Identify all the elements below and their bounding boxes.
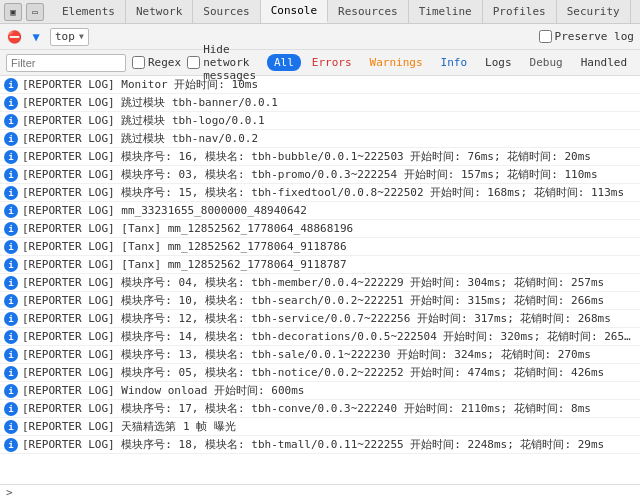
log-text: [REPORTER LOG] 模块序号: 16, 模块名: tbh-bubble… [22,149,636,164]
log-text: [REPORTER LOG] 模块序号: 17, 模块名: tbh-conve/… [22,401,636,416]
context-selector[interactable]: top ▼ [50,28,89,46]
hide-network-checkbox[interactable] [187,56,200,69]
log-text: [REPORTER LOG] 模块序号: 18, 模块名: tbh-tmall/… [22,437,636,452]
preserve-log-text: Preserve log [555,30,634,43]
log-info-icon: i [4,330,18,344]
log-info-icon: i [4,114,18,128]
log-info-icon: i [4,366,18,380]
console-toolbar: ⛔ ▼ top ▼ Preserve log [0,24,640,50]
log-text: [REPORTER LOG] 模块序号: 14, 模块名: tbh-decora… [22,329,636,344]
filter-bar: Regex Hide network messages All Errors W… [0,50,640,76]
log-text: [REPORTER LOG] 跳过模块 tbh-banner/0.0.1 [22,95,636,110]
log-text: [REPORTER LOG] 模块序号: 13, 模块名: tbh-sale/0… [22,347,636,362]
log-row: i[REPORTER LOG] 天猫精选第 1 帧 曝光 [0,418,640,436]
log-row: i[REPORTER LOG] Window onload 开始时间: 600m… [0,382,640,400]
log-row: i[REPORTER LOG] 模块序号: 12, 模块名: tbh-servi… [0,310,640,328]
log-row: i[REPORTER LOG] 模块序号: 10, 模块名: tbh-searc… [0,292,640,310]
devtools-icons: ▣ ▭ [4,3,44,21]
log-info-icon: i [4,384,18,398]
filter-input[interactable] [6,54,126,72]
log-info-icon: i [4,78,18,92]
log-row: i[REPORTER LOG] [Tanx] mm_12852562_17780… [0,238,640,256]
tab-list: ElementsNetworkSourcesConsoleResourcesTi… [52,0,640,23]
console-prompt: > [6,486,13,499]
preserve-log-label[interactable]: Preserve log [539,30,634,43]
filter-icon[interactable]: ▼ [28,29,44,45]
log-row: i[REPORTER LOG] 模块序号: 17, 模块名: tbh-conve… [0,400,640,418]
tab-network[interactable]: Network [126,0,193,23]
log-row: i[REPORTER LOG] 模块序号: 14, 模块名: tbh-decor… [0,328,640,346]
regex-checkbox[interactable] [132,56,145,69]
tab-elements[interactable]: Elements [52,0,126,23]
regex-label[interactable]: Regex [132,56,181,69]
log-info-icon: i [4,258,18,272]
tab-timeline[interactable]: Timeline [409,0,483,23]
log-text: [REPORTER LOG] 模块序号: 03, 模块名: tbh-promo/… [22,167,636,182]
inspect-icon[interactable]: ▣ [4,3,22,21]
device-icon[interactable]: ▭ [26,3,44,21]
log-text: [REPORTER LOG] 模块序号: 10, 模块名: tbh-search… [22,293,636,308]
log-text: [REPORTER LOG] Window onload 开始时间: 600ms [22,383,636,398]
log-info-icon: i [4,168,18,182]
log-info-icon: i [4,438,18,452]
log-row: i[REPORTER LOG] 模块序号: 05, 模块名: tbh-notic… [0,364,640,382]
pill-all[interactable]: All [267,54,301,71]
tab-security[interactable]: Security [557,0,631,23]
log-row: i[REPORTER LOG] 模块序号: 15, 模块名: tbh-fixed… [0,184,640,202]
context-arrow: ▼ [79,32,84,41]
pill-debug[interactable]: Debug [523,54,570,71]
tab-profiles[interactable]: Profiles [483,0,557,23]
pill-errors[interactable]: Errors [305,54,359,71]
log-info-icon: i [4,204,18,218]
log-area: i[REPORTER LOG] Monitor 开始时间: 10msi[REPO… [0,76,640,484]
log-info-icon: i [4,240,18,254]
log-text: [REPORTER LOG] [Tanx] mm_12852562_177806… [22,239,636,254]
regex-text: Regex [148,56,181,69]
log-info-icon: i [4,186,18,200]
log-row: i[REPORTER LOG] [Tanx] mm_12852562_17780… [0,256,640,274]
log-text: [REPORTER LOG] 天猫精选第 1 帧 曝光 [22,419,636,434]
log-text: [REPORTER LOG] Monitor 开始时间: 10ms [22,77,636,92]
pill-warnings[interactable]: Warnings [363,54,430,71]
log-text: [REPORTER LOG] mm_33231655_8000000_48940… [22,203,636,218]
filter-pills: All Errors Warnings Info Logs Debug Hand… [267,54,634,71]
log-info-icon: i [4,132,18,146]
log-info-icon: i [4,420,18,434]
clear-icon[interactable]: ⛔ [6,29,22,45]
log-text: [REPORTER LOG] [Tanx] mm_12852562_177806… [22,257,636,272]
log-text: [REPORTER LOG] 模块序号: 12, 模块名: tbh-servic… [22,311,636,326]
log-row: i[REPORTER LOG] 模块序号: 13, 模块名: tbh-sale/… [0,346,640,364]
tab-bar: ▣ ▭ ElementsNetworkSourcesConsoleResourc… [0,0,640,24]
log-info-icon: i [4,96,18,110]
pill-logs[interactable]: Logs [478,54,519,71]
preserve-log-checkbox[interactable] [539,30,552,43]
tab-audits[interactable]: Audits [631,0,640,23]
log-row: i[REPORTER LOG] 模块序号: 18, 模块名: tbh-tmall… [0,436,640,454]
tab-resources[interactable]: Resources [328,0,409,23]
log-info-icon: i [4,294,18,308]
log-row: i[REPORTER LOG] mm_33231655_8000000_4894… [0,202,640,220]
tab-console[interactable]: Console [261,0,328,23]
pill-handled[interactable]: Handled [574,54,634,71]
log-row: i[REPORTER LOG] [Tanx] mm_12852562_17780… [0,220,640,238]
log-info-icon: i [4,276,18,290]
log-info-icon: i [4,312,18,326]
tab-sources[interactable]: Sources [193,0,260,23]
log-row: i[REPORTER LOG] 跳过模块 tbh-nav/0.0.2 [0,130,640,148]
log-text: [REPORTER LOG] 模块序号: 04, 模块名: tbh-member… [22,275,636,290]
context-value: top [55,30,75,43]
log-row: i[REPORTER LOG] 模块序号: 16, 模块名: tbh-bubbl… [0,148,640,166]
log-row: i[REPORTER LOG] 模块序号: 04, 模块名: tbh-membe… [0,274,640,292]
log-info-icon: i [4,348,18,362]
log-row: i[REPORTER LOG] 跳过模块 tbh-logo/0.0.1 [0,112,640,130]
log-info-icon: i [4,402,18,416]
log-text: [REPORTER LOG] 模块序号: 15, 模块名: tbh-fixedt… [22,185,636,200]
console-input-bar: > [0,484,640,500]
log-info-icon: i [4,150,18,164]
pill-info[interactable]: Info [434,54,475,71]
log-row: i[REPORTER LOG] 模块序号: 03, 模块名: tbh-promo… [0,166,640,184]
log-text: [REPORTER LOG] 模块序号: 05, 模块名: tbh-notice… [22,365,636,380]
log-text: [REPORTER LOG] [Tanx] mm_12852562_177806… [22,221,636,236]
log-text: [REPORTER LOG] 跳过模块 tbh-nav/0.0.2 [22,131,636,146]
log-row: i[REPORTER LOG] 跳过模块 tbh-banner/0.0.1 [0,94,640,112]
